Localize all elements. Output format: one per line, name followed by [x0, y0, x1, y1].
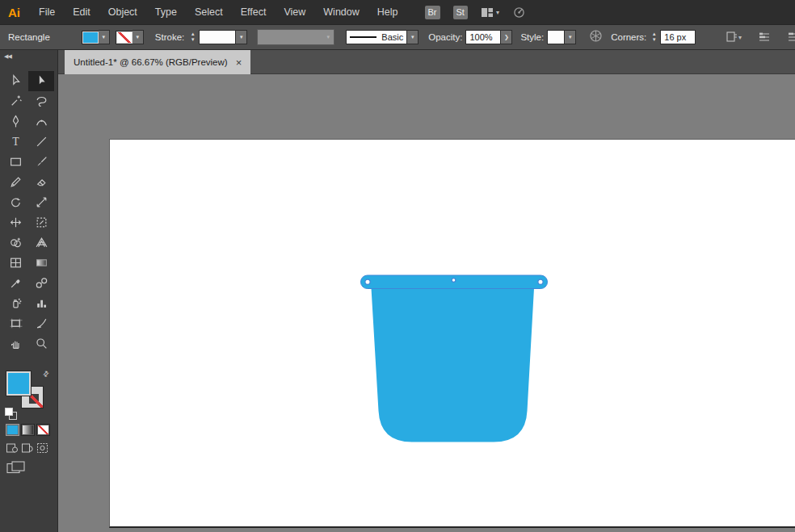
chevron-right-icon[interactable]: ❯: [501, 30, 512, 44]
collapse-panel-icon[interactable]: ◀◀: [4, 53, 11, 60]
menu-item-file[interactable]: File: [30, 6, 64, 18]
opacity-input[interactable]: 100%: [465, 30, 501, 44]
swap-fill-stroke-icon[interactable]: ⇄: [41, 369, 51, 379]
lasso-tool[interactable]: [28, 91, 54, 111]
style-combo[interactable]: ▾: [547, 30, 576, 44]
workspace-switcher[interactable]: ▾: [481, 7, 499, 18]
bridge-button[interactable]: Br: [425, 6, 440, 19]
screen-mode-button[interactable]: [6, 461, 26, 477]
fill-indicator[interactable]: [6, 371, 31, 396]
opacity-label[interactable]: Opacity:: [428, 32, 462, 42]
menu-item-edit[interactable]: Edit: [64, 6, 99, 18]
chevron-down-icon[interactable]: ▾: [407, 30, 419, 44]
rotate-tool[interactable]: [2, 192, 28, 212]
selection-tool[interactable]: [28, 71, 54, 91]
opacity-combo[interactable]: 100% ❯: [465, 30, 512, 44]
selected-artwork[interactable]: [361, 275, 548, 442]
pencil-tool[interactable]: [2, 172, 28, 192]
direct-selection-tool[interactable]: [2, 71, 28, 91]
chevron-down-icon[interactable]: ▾: [565, 30, 576, 44]
anchor-point-center[interactable]: [452, 279, 456, 283]
free-transform-tool[interactable]: [28, 212, 54, 232]
perspective-grid-tool[interactable]: [28, 232, 54, 253]
pen-tool[interactable]: [2, 111, 28, 132]
width-profile-preview: [350, 36, 376, 38]
scale-tool[interactable]: [28, 192, 54, 212]
menu-item-object[interactable]: Object: [99, 6, 146, 18]
corners-value: 16 px: [664, 32, 686, 42]
spin-up-icon[interactable]: ▲: [650, 32, 658, 36]
shape-builder-tool[interactable]: [2, 232, 28, 253]
fill-color-picker[interactable]: ▾: [82, 30, 110, 44]
fill-swatch[interactable]: [82, 31, 99, 44]
eraser-tool[interactable]: [28, 172, 54, 192]
canvas-area[interactable]: [58, 74, 795, 532]
corners-stepper[interactable]: ▲ ▼: [650, 32, 658, 42]
symbol-sprayer-tool[interactable]: [2, 293, 28, 313]
arrange-dropdown[interactable]: ▾: [726, 31, 742, 44]
width-profile-value: Basic: [381, 32, 403, 42]
anchor-point-left[interactable]: [365, 279, 370, 284]
recolor-artwork-icon[interactable]: [589, 29, 603, 45]
artboard-tool[interactable]: [2, 313, 28, 333]
line-segment-tool[interactable]: [28, 132, 54, 152]
touch-workspace-icon[interactable]: [512, 6, 526, 19]
menu-item-select[interactable]: Select: [186, 6, 232, 18]
magic-wand-tool[interactable]: [2, 91, 28, 111]
document-tab[interactable]: Untitled-1* @ 66.67% (RGB/Preview) ×: [65, 50, 250, 74]
draw-behind-button[interactable]: [21, 442, 34, 456]
stroke-none-swatch[interactable]: [116, 31, 132, 44]
anchor-point-right[interactable]: [538, 279, 543, 284]
stroke-width-combo[interactable]: ▾: [199, 30, 247, 44]
width-profile-combo[interactable]: Basic ▾: [346, 30, 419, 44]
curvature-tool[interactable]: [28, 111, 54, 132]
mesh-tool[interactable]: [2, 253, 28, 273]
document-tab-bar: Untitled-1* @ 66.67% (RGB/Preview) ×: [58, 50, 795, 74]
chevron-down-icon: ▾: [322, 34, 334, 40]
menu-item-window[interactable]: Window: [314, 6, 368, 18]
close-icon[interactable]: ×: [236, 57, 242, 68]
stroke-width-stepper[interactable]: ▲ ▼: [188, 32, 197, 42]
style-label: Style:: [520, 32, 544, 42]
draw-normal-button[interactable]: [6, 442, 19, 456]
rectangle-tool[interactable]: [2, 152, 28, 172]
menu-item-help[interactable]: Help: [368, 6, 407, 18]
eyedropper-tool[interactable]: [2, 273, 28, 293]
stroke-color-picker[interactable]: ▾: [116, 30, 144, 44]
type-tool[interactable]: T: [2, 132, 28, 152]
drawing-modes-row: [6, 442, 49, 456]
stroke-label[interactable]: Stroke:: [155, 32, 184, 42]
blend-tool[interactable]: [28, 273, 54, 293]
tools-panel: ◀◀ T: [0, 50, 58, 532]
chevron-down-icon[interactable]: ▾: [236, 30, 247, 44]
width-tool[interactable]: [2, 212, 28, 232]
align-panel-icon[interactable]: [758, 31, 771, 44]
gradient-tool[interactable]: [28, 253, 54, 273]
hand-tool[interactable]: [2, 333, 28, 354]
spin-down-icon[interactable]: ▼: [650, 38, 658, 42]
stock-button[interactable]: St: [453, 6, 468, 19]
default-fill-stroke-icon[interactable]: [5, 408, 16, 419]
corners-label[interactable]: Corners:: [611, 32, 646, 42]
menu-item-view[interactable]: View: [275, 6, 314, 18]
spin-down-icon[interactable]: ▼: [188, 38, 197, 42]
zoom-tool[interactable]: [28, 333, 54, 354]
stroke-width-input[interactable]: [199, 30, 236, 44]
chevron-down-icon[interactable]: ▾: [132, 30, 144, 44]
none-button[interactable]: [36, 424, 50, 436]
slice-tool[interactable]: [28, 313, 54, 333]
width-profile-field[interactable]: Basic: [346, 30, 407, 44]
style-field[interactable]: [547, 30, 565, 44]
chevron-down-icon[interactable]: ▾: [99, 30, 110, 44]
paintbrush-tool[interactable]: [28, 152, 54, 172]
draw-inside-button[interactable]: [36, 442, 49, 456]
artwork-layer: [58, 74, 795, 532]
spin-up-icon[interactable]: ▲: [188, 32, 197, 36]
corners-input[interactable]: 16 px: [660, 30, 696, 44]
gradient-button[interactable]: [21, 424, 35, 436]
menu-item-type[interactable]: Type: [146, 6, 186, 18]
menu-item-effect[interactable]: Effect: [232, 6, 276, 18]
color-button[interactable]: [6, 424, 19, 436]
column-graph-tool[interactable]: [28, 293, 54, 313]
transform-panel-icon[interactable]: [787, 31, 795, 44]
